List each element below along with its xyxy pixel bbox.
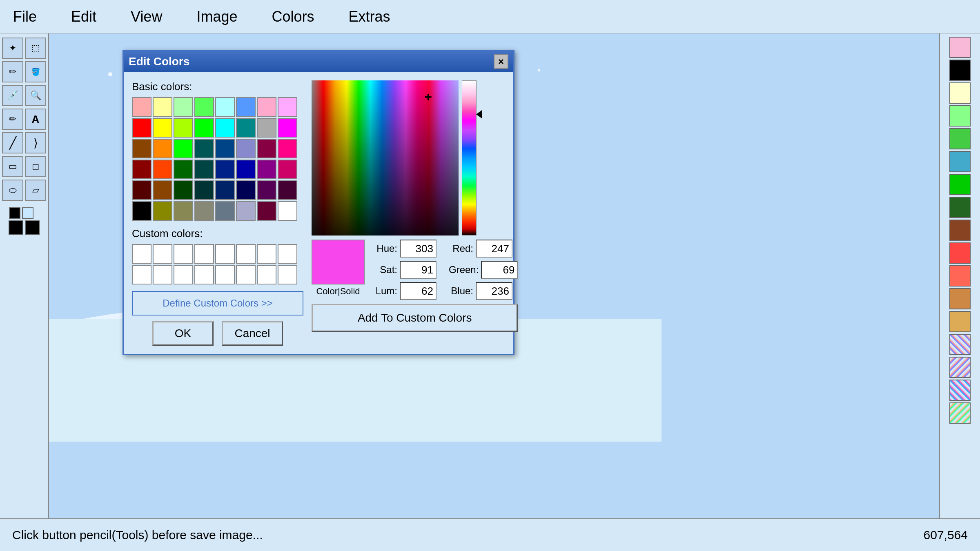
color-swatch-green[interactable] [949, 128, 971, 149]
red-input[interactable] [476, 240, 512, 258]
basic-color-cell[interactable] [257, 97, 276, 117]
basic-color-cell[interactable] [236, 180, 256, 200]
basic-color-cell[interactable] [174, 201, 193, 221]
basic-color-cell[interactable] [257, 139, 276, 158]
basic-color-cell[interactable] [174, 97, 193, 117]
tool-line[interactable]: ╱ [2, 132, 23, 153]
pattern-swatch-3[interactable] [949, 380, 971, 401]
basic-color-cell[interactable] [194, 180, 214, 200]
tool-rect[interactable]: ▭ [2, 156, 23, 177]
custom-color-cell[interactable] [278, 265, 297, 284]
basic-color-cell[interactable] [236, 97, 256, 117]
tool-magnifier[interactable]: 🔍 [25, 85, 46, 106]
basic-color-cell[interactable] [174, 180, 193, 200]
basic-color-cell[interactable] [153, 118, 172, 138]
custom-color-cell[interactable] [278, 244, 297, 264]
tool-ellipse[interactable]: ⬭ [2, 180, 23, 201]
tool-curve[interactable]: ⟩ [25, 132, 46, 153]
custom-color-cell[interactable] [153, 244, 172, 264]
custom-color-cell[interactable] [174, 244, 193, 264]
basic-color-cell[interactable] [132, 180, 151, 200]
custom-color-cell[interactable] [236, 265, 256, 284]
color-swatch-gold[interactable] [949, 311, 971, 332]
basic-color-cell[interactable] [278, 139, 297, 158]
custom-color-cell[interactable] [132, 244, 151, 264]
basic-color-cell[interactable] [236, 201, 256, 221]
basic-color-cell[interactable] [194, 118, 214, 138]
basic-color-cell[interactable] [153, 180, 172, 200]
custom-color-cell[interactable] [236, 244, 256, 264]
tool-marquee[interactable]: ⬚ [25, 38, 46, 59]
menu-colors[interactable]: Colors [267, 5, 319, 29]
custom-color-cell[interactable] [257, 265, 276, 284]
menu-edit[interactable]: Edit [66, 5, 101, 29]
basic-color-cell[interactable] [257, 180, 276, 200]
basic-color-cell[interactable] [174, 160, 193, 179]
bg-color-dot[interactable] [22, 207, 33, 219]
custom-color-cell[interactable] [257, 244, 276, 264]
basic-color-cell[interactable] [194, 201, 214, 221]
color-swatch-black[interactable] [949, 60, 971, 81]
color-swatch-darkgreen[interactable] [949, 197, 971, 218]
pattern-swatch-1[interactable] [949, 334, 971, 355]
cancel-button[interactable]: Cancel [222, 321, 283, 346]
custom-color-cell[interactable] [194, 265, 214, 284]
lum-input[interactable] [400, 282, 437, 300]
ok-button[interactable]: OK [152, 321, 214, 346]
tool-text[interactable]: A [25, 109, 46, 130]
color-swatch-lightgreen[interactable] [949, 105, 971, 127]
tool-pencil[interactable]: ✏ [2, 61, 23, 82]
basic-color-cell[interactable] [174, 139, 193, 158]
color-swatch-teal[interactable] [949, 151, 971, 172]
color-swatch-pink[interactable] [949, 37, 971, 58]
basic-color-cell[interactable] [257, 118, 276, 138]
color-swatch-brown[interactable] [949, 220, 971, 241]
color-swatch-lightyellow[interactable] [949, 82, 971, 104]
basic-color-cell[interactable] [236, 118, 256, 138]
green-input[interactable] [481, 261, 518, 279]
menu-view[interactable]: View [126, 5, 167, 29]
basic-color-cell[interactable] [278, 160, 297, 179]
tool-eyedropper[interactable]: 💉 [2, 85, 23, 106]
basic-color-cell[interactable] [257, 160, 276, 179]
basic-color-cell[interactable] [153, 160, 172, 179]
fg-color-large[interactable] [9, 220, 23, 235]
hue-input[interactable] [400, 240, 437, 258]
color-swatch-salmon[interactable] [949, 265, 971, 287]
menu-file[interactable]: File [8, 5, 42, 29]
custom-color-cell[interactable] [132, 265, 151, 284]
tool-polygon[interactable]: ◻ [25, 156, 46, 177]
basic-color-cell[interactable] [215, 139, 235, 158]
custom-color-cell[interactable] [215, 244, 235, 264]
add-to-custom-colors-button[interactable]: Add To Custom Colors [312, 304, 518, 332]
basic-color-cell[interactable] [132, 139, 151, 158]
fg-color-dot[interactable] [9, 207, 20, 219]
bg-color-large[interactable] [25, 220, 40, 235]
hue-strip[interactable] [462, 80, 477, 236]
tool-fill[interactable]: 🪣 [25, 61, 46, 82]
sat-input[interactable] [400, 261, 437, 279]
basic-color-cell[interactable] [278, 97, 297, 117]
basic-color-cell[interactable] [278, 118, 297, 138]
blue-input[interactable] [476, 282, 512, 300]
color-swatch-brightgreen[interactable] [949, 174, 971, 195]
basic-color-cell[interactable] [132, 201, 151, 221]
basic-color-cell[interactable] [215, 180, 235, 200]
basic-color-cell[interactable] [153, 97, 172, 117]
basic-color-cell[interactable] [215, 160, 235, 179]
basic-color-cell[interactable] [215, 118, 235, 138]
basic-color-cell[interactable] [153, 139, 172, 158]
tool-brush[interactable]: ✏ [2, 109, 23, 130]
basic-color-cell[interactable] [278, 180, 297, 200]
color-gradient-container[interactable]: + [312, 80, 459, 236]
basic-color-cell[interactable] [278, 201, 297, 221]
custom-color-cell[interactable] [174, 265, 193, 284]
pattern-swatch-4[interactable] [949, 402, 971, 424]
menu-extras[interactable]: Extras [344, 5, 395, 29]
custom-color-cell[interactable] [153, 265, 172, 284]
basic-color-cell[interactable] [215, 97, 235, 117]
basic-color-cell[interactable] [194, 139, 214, 158]
tool-rounded-rect[interactable]: ▱ [25, 180, 46, 201]
dialog-close-button[interactable]: × [494, 54, 508, 69]
color-swatch-orange[interactable] [949, 288, 971, 309]
